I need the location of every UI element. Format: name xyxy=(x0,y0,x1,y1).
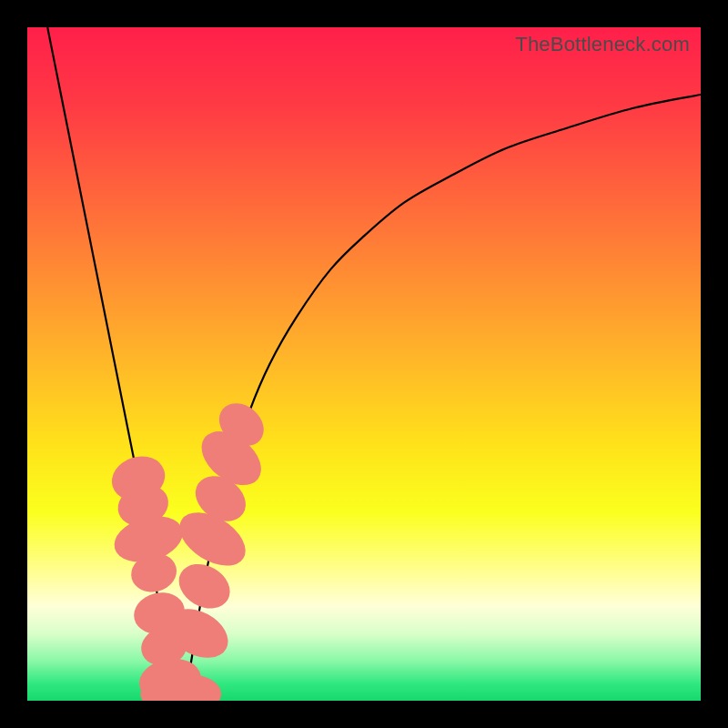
watermark-text: TheBottleneck.com xyxy=(515,33,690,56)
curve-layer xyxy=(27,27,701,701)
plot-area: TheBottleneck.com xyxy=(27,27,701,701)
outer-frame: TheBottleneck.com xyxy=(0,0,728,728)
bottleneck-curve xyxy=(47,27,701,696)
